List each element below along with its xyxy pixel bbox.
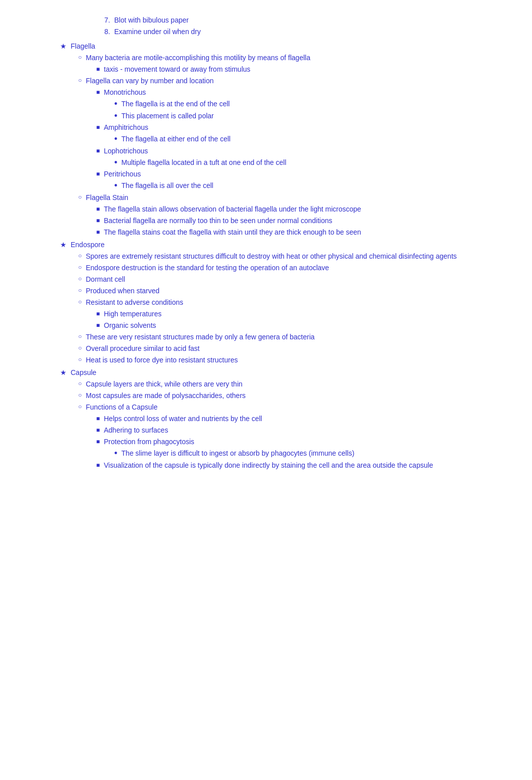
list-item: ○Produced when starved <box>78 286 512 296</box>
dot-icon: • <box>114 134 117 145</box>
item-label: Functions of a Capsule <box>86 402 157 413</box>
level2-item: ○Produced when starved <box>78 286 512 296</box>
list-item: ○Capsule layers are thick, while others … <box>78 379 512 389</box>
list-item: ○Spores are extremely resistant structur… <box>78 251 512 262</box>
section-label: Capsule <box>71 367 96 378</box>
item-label: Resistant to adverse conditions <box>86 297 183 308</box>
square-icon: ■ <box>96 425 100 435</box>
list-item: ○Overall procedure similar to acid fast <box>78 343 512 354</box>
item-label: Visualization of the capsule is typicall… <box>104 460 433 471</box>
outline-root: ★Flagella○Many bacteria are motile-accom… <box>60 41 512 471</box>
level3-item: ■Organic solvents <box>96 320 512 331</box>
level3-item: ■Visualization of the capsule is typical… <box>96 460 512 471</box>
list-item: ■High temperatures <box>96 309 512 319</box>
item-label: Bacterial flagella are normally too thin… <box>104 216 332 226</box>
level4-item: •The flagella is at the end of the cell <box>114 99 512 110</box>
square-icon: ■ <box>96 146 100 156</box>
item-label: Peritrichous <box>104 169 141 179</box>
list-item: •The slime layer is difficult to ingest … <box>114 448 512 459</box>
circle-icon: ○ <box>78 274 82 284</box>
list-item: 7. Blot with bibulous paper <box>100 15 512 26</box>
item-label: Most capsules are made of polysaccharide… <box>86 391 245 401</box>
star-icon: ★ <box>60 41 67 52</box>
item-label: Amphitrichous <box>104 122 148 133</box>
level3-list: ■The flagella stain allows observation o… <box>96 204 512 238</box>
level4-list: •The flagella is all over the cell <box>114 180 512 191</box>
item-label: Dormant cell <box>86 274 125 285</box>
list-item: ■Adhering to surfaces <box>96 425 512 436</box>
star-icon: ★ <box>60 240 67 250</box>
list-item: ■Lophotrichous•Multiple flagella located… <box>96 146 512 168</box>
item-label: The flagella stains coat the flagella wi… <box>104 227 361 238</box>
item-label: Endospore destruction is the standard fo… <box>86 263 329 273</box>
circle-icon: ○ <box>78 332 82 341</box>
level3-item: ■taxis - movement toward or away from st… <box>96 64 512 75</box>
item-label: Produced when starved <box>86 286 159 296</box>
main-outline: ★Flagella○Many bacteria are motile-accom… <box>60 41 512 471</box>
square-icon: ■ <box>96 227 100 237</box>
circle-icon: ○ <box>78 192 82 202</box>
list-item: ■taxis - movement toward or away from st… <box>96 64 512 75</box>
item-label: Multiple flagella located in a tuft at o… <box>121 157 286 168</box>
item-label: taxis - movement toward or away from sti… <box>104 64 250 75</box>
item-label: Heat is used to force dye into resistant… <box>86 355 237 365</box>
star-icon: ★ <box>60 367 67 378</box>
list-item: ○Flagella can vary by number and locatio… <box>78 76 512 191</box>
section-capsule: ★Capsule○Capsule layers are thick, while… <box>60 367 512 471</box>
item-label: High temperatures <box>104 309 161 319</box>
level2-item: ○Resistant to adverse conditions <box>78 297 512 308</box>
level2-item: ○Heat is used to force dye into resistan… <box>78 355 512 365</box>
list-item: •Multiple flagella located in a tuft at … <box>114 157 512 168</box>
level1-item: ★Capsule <box>60 367 512 378</box>
list-item: ○Dormant cell <box>78 274 512 285</box>
section-endospore: ★Endospore○Spores are extremely resistan… <box>60 240 512 365</box>
level4-item: •The flagella is all over the cell <box>114 180 512 191</box>
square-icon: ■ <box>96 437 100 447</box>
list-item: ○Resistant to adverse conditions■High te… <box>78 297 512 331</box>
level2-list: ○Capsule layers are thick, while others … <box>78 379 512 471</box>
level3-item: ■Bacterial flagella are normally too thi… <box>96 216 512 226</box>
square-icon: ■ <box>96 414 100 424</box>
list-item: ○These are very resistant structures mad… <box>78 332 512 342</box>
dot-icon: • <box>114 111 117 122</box>
square-icon: ■ <box>96 460 100 470</box>
list-item: ○Functions of a Capsule■Helps control lo… <box>78 402 512 471</box>
level2-item: ○Endospore destruction is the standard f… <box>78 263 512 273</box>
level4-item: •This placement is called polar <box>114 111 512 122</box>
list-item: ○Flagella Stain■The flagella stain allow… <box>78 192 512 238</box>
level3-item: ■Lophotrichous <box>96 146 512 156</box>
square-icon: ■ <box>96 169 100 179</box>
dot-icon: • <box>114 99 117 110</box>
level4-item: •Multiple flagella located in a tuft at … <box>114 157 512 168</box>
square-icon: ■ <box>96 204 100 214</box>
list-item: ■Amphitrichous•The flagella at either en… <box>96 122 512 145</box>
list-item: ■Protection from phagocytosis•The slime … <box>96 437 512 459</box>
item-label: Helps control loss of water and nutrient… <box>104 414 262 424</box>
level3-list: ■Helps control loss of water and nutrien… <box>96 414 512 471</box>
item-label: Overall procedure similar to acid fast <box>86 343 199 354</box>
level2-item: ○Dormant cell <box>78 274 512 285</box>
level4-list: •Multiple flagella located in a tuft at … <box>114 157 512 168</box>
circle-icon: ○ <box>78 402 82 412</box>
level3-item: ■The flagella stain allows observation o… <box>96 204 512 215</box>
circle-icon: ○ <box>78 355 82 364</box>
circle-icon: ○ <box>78 297 82 307</box>
level4-item: •The slime layer is difficult to ingest … <box>114 448 512 459</box>
level2-item: ○Many bacteria are motile-accomplishing … <box>78 53 512 63</box>
level4-list: •The flagella is at the end of the cell•… <box>114 99 512 121</box>
circle-icon: ○ <box>78 286 82 295</box>
square-icon: ■ <box>96 320 100 330</box>
item-label: The flagella is all over the cell <box>121 180 213 191</box>
dot-icon: • <box>114 448 117 459</box>
level4-item: •The flagella at either end of the cell <box>114 134 512 145</box>
level3-item: ■Monotrichous <box>96 87 512 98</box>
level2-item: ○Capsule layers are thick, while others … <box>78 379 512 389</box>
item-label: This placement is called polar <box>121 111 213 121</box>
level1-item: ★Endospore <box>60 240 512 250</box>
circle-icon: ○ <box>78 251 82 261</box>
level3-item: ■Amphitrichous <box>96 122 512 133</box>
item-label: Flagella can vary by number and location <box>86 76 213 86</box>
item-label: Lophotrichous <box>104 146 148 156</box>
level3-item: ■Adhering to surfaces <box>96 425 512 436</box>
square-icon: ■ <box>96 64 100 74</box>
